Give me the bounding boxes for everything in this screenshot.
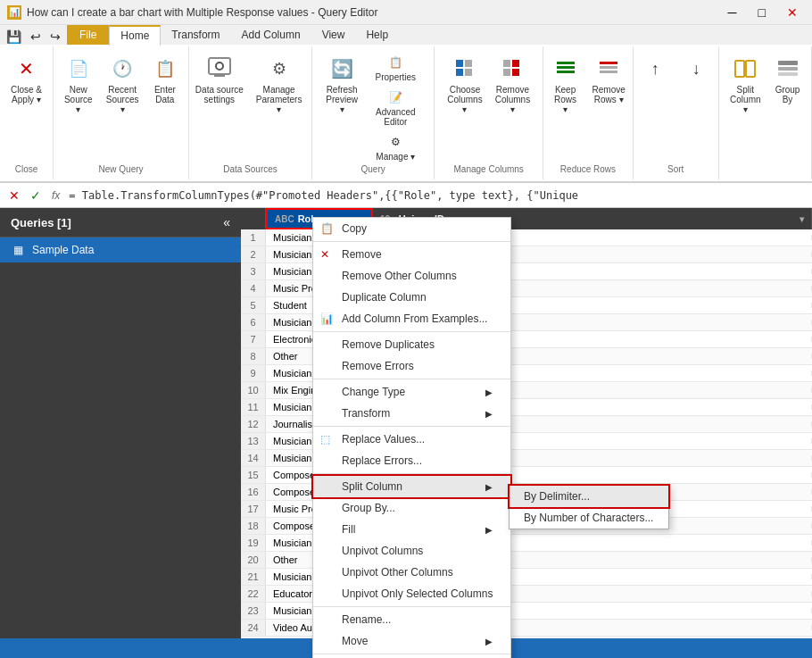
move-arrow: ▶ <box>485 637 493 646</box>
svg-rect-13 <box>557 66 575 69</box>
svg-rect-9 <box>512 60 519 67</box>
remove-icon: ✕ <box>320 248 338 261</box>
filter-icon-2[interactable]: ▾ <box>800 214 804 224</box>
ribbon-group-sort: ↑ ↓ Sort <box>634 46 719 179</box>
transform-arrow: ▶ <box>485 409 493 419</box>
ctx-remove-duplicates[interactable]: Remove Duplicates <box>313 334 510 355</box>
sort-desc-button[interactable]: ↓ <box>675 50 717 89</box>
svg-rect-11 <box>512 69 519 76</box>
ctx-add-column-examples[interactable]: 📊 Add Column From Examples... <box>313 308 510 329</box>
minimize-button[interactable]: ─ <box>721 5 744 20</box>
sidebar-item-sample-data[interactable]: ▦ Sample Data <box>0 237 241 262</box>
ctx-fill[interactable]: Fill ▶ <box>313 519 510 540</box>
split-column-submenu: By Delimiter... By Number of Characters.… <box>509 485 669 529</box>
recent-sources-button[interactable]: 🕐 RecentSources ▾ <box>99 50 145 119</box>
ctx-remove[interactable]: ✕ Remove <box>313 244 510 265</box>
advanced-editor-button[interactable]: 📝 Advanced Editor <box>364 85 427 129</box>
svg-rect-17 <box>600 71 617 73</box>
sort-group-label: Sort <box>667 164 684 176</box>
formula-input[interactable] <box>65 187 808 204</box>
row-num: 14 <box>241 450 266 466</box>
tab-home[interactable]: Home <box>109 25 161 46</box>
manage-columns-group-label: Manage Columns <box>454 164 524 176</box>
ctx-copy[interactable]: 📋 Copy <box>313 218 510 239</box>
ctx-replace-values[interactable]: ⬚ Replace Values... <box>313 429 510 450</box>
row-num: 5 <box>241 297 266 313</box>
ctx-move[interactable]: Move ▶ <box>313 630 510 652</box>
manage-parameters-button[interactable]: ⚙ ManageParameters ▾ <box>248 50 310 119</box>
close-window-button[interactable]: ✕ <box>780 5 805 20</box>
new-source-button[interactable]: 📄 NewSource ▾ <box>57 50 99 119</box>
ctx-change-type[interactable]: Change Type ▶ <box>313 381 510 403</box>
ctx-split-column[interactable]: Split Column ▶ <box>313 476 510 497</box>
row-num: 11 <box>241 399 266 415</box>
svg-rect-23 <box>778 72 798 76</box>
ctx-unpivot-columns[interactable]: Unpivot Columns <box>313 540 510 562</box>
ctx-separator-5 <box>313 473 510 474</box>
ctx-remove-other-columns[interactable]: Remove Other Columns <box>313 265 510 287</box>
submenu-by-number-chars[interactable]: By Number of Characters... <box>510 507 668 529</box>
properties-button[interactable]: 📋 Properties <box>364 50 427 85</box>
tab-add-column[interactable]: Add Column <box>231 25 311 45</box>
ctx-duplicate-column[interactable]: Duplicate Column <box>313 287 510 308</box>
svg-rect-15 <box>600 62 617 64</box>
split-column-ribbon-button[interactable]: SplitColumn ▾ <box>723 50 767 119</box>
row-num: 1 <box>241 229 266 246</box>
ctx-group-by[interactable]: Group By... <box>313 497 510 519</box>
redo-quick-btn[interactable]: ↪ <box>47 29 63 45</box>
row-num: 7 <box>241 331 266 347</box>
formula-accept-button[interactable]: ✓ <box>25 187 46 204</box>
formula-bar: ✕ ✓ fx <box>0 183 812 208</box>
remove-rows-button[interactable]: RemoveRows ▾ <box>586 50 632 109</box>
svg-rect-0 <box>209 58 230 74</box>
copy-icon: 📋 <box>320 222 338 235</box>
formula-cancel-button[interactable]: ✕ <box>4 187 25 204</box>
maximize-button[interactable]: □ <box>751 5 773 20</box>
by-number-chars-label: By Number of Characters... <box>524 512 653 524</box>
svg-rect-12 <box>557 62 575 64</box>
sidebar-collapse-button[interactable]: « <box>223 215 230 229</box>
svg-rect-4 <box>456 60 463 67</box>
ctx-separator-3 <box>313 379 510 379</box>
submenu-by-delimiter[interactable]: By Delimiter... <box>510 486 668 507</box>
data-source-settings-button[interactable]: Data sourcesettings <box>191 50 248 109</box>
ctx-unpivot-only-selected[interactable]: Unpivot Only Selected Columns <box>313 583 510 604</box>
choose-columns-button[interactable]: ChooseColumns ▾ <box>441 50 488 119</box>
sort-asc-button[interactable]: ↑ <box>634 50 675 89</box>
sidebar-header: Queries [1] « <box>0 208 241 237</box>
data-sources-group-label: Data Sources <box>223 164 278 176</box>
ctx-separator-6 <box>313 606 510 607</box>
tab-view[interactable]: View <box>311 25 356 45</box>
tab-file[interactable]: File <box>67 25 109 45</box>
manage-button[interactable]: ⚙ Manage ▾ <box>364 129 427 164</box>
row-num: 16 <box>241 484 266 500</box>
svg-rect-16 <box>600 66 617 69</box>
row-num: 18 <box>241 518 266 534</box>
save-quick-btn[interactable]: 💾 <box>4 29 24 45</box>
ctx-unpivot-other-columns[interactable]: Unpivot Other Columns <box>313 562 510 583</box>
ctx-remove-errors[interactable]: Remove Errors <box>313 355 510 377</box>
ctx-transform[interactable]: Transform ▶ <box>313 403 510 424</box>
ctx-replace-errors[interactable]: Replace Errors... <box>313 450 510 471</box>
remove-columns-button[interactable]: RemoveColumns ▾ <box>489 50 536 119</box>
svg-rect-21 <box>778 61 798 65</box>
group-by-button[interactable]: GroupBy <box>768 50 808 109</box>
undo-quick-btn[interactable]: ↩ <box>28 29 44 45</box>
ctx-separator-7 <box>313 654 510 654</box>
tab-help[interactable]: Help <box>355 25 399 45</box>
enter-data-button[interactable]: 📋 EnterData <box>145 50 185 109</box>
ctx-rename[interactable]: Rename... <box>313 609 510 630</box>
row-num: 22 <box>241 586 266 602</box>
add-column-icon: 📊 <box>320 312 338 325</box>
ribbon: 💾 ↩ ↪ File Home Transform Add Column Vie… <box>0 25 812 183</box>
new-query-group-label: New Query <box>99 164 144 176</box>
ribbon-tabs: File Home Transform Add Column View Help <box>67 25 812 45</box>
tab-transform[interactable]: Transform <box>161 25 230 45</box>
fx-label: fx <box>46 189 65 202</box>
keep-rows-button[interactable]: KeepRows ▾ <box>544 50 585 119</box>
refresh-preview-button[interactable]: 🔄 RefreshPreview ▾ <box>319 50 364 119</box>
change-type-arrow: ▶ <box>485 387 493 397</box>
svg-rect-14 <box>557 71 575 73</box>
close-apply-button[interactable]: ✕ Close &Apply ▾ <box>4 50 48 109</box>
app-icon: 📊 <box>7 5 21 20</box>
